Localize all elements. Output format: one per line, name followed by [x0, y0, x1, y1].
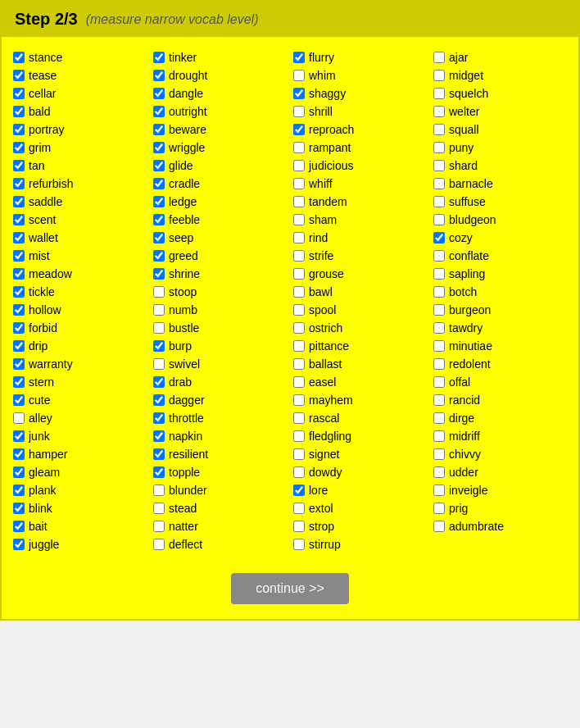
word-item[interactable]: hamper: [10, 445, 150, 463]
word-item[interactable]: offal: [430, 373, 570, 391]
word-checkbox[interactable]: [293, 358, 305, 370]
word-checkbox[interactable]: [13, 160, 25, 171]
word-item[interactable]: whim: [290, 66, 430, 84]
word-item[interactable]: chivvy: [430, 445, 570, 463]
word-checkbox[interactable]: [293, 322, 305, 334]
word-item[interactable]: rind: [290, 229, 430, 247]
word-item[interactable]: gleam: [10, 463, 150, 481]
word-item[interactable]: reproach: [290, 121, 430, 139]
word-item[interactable]: refurbish: [10, 175, 150, 193]
word-item[interactable]: swivel: [150, 355, 290, 373]
word-item[interactable]: tawdry: [430, 319, 570, 337]
word-item[interactable]: cozy: [430, 229, 570, 247]
word-item[interactable]: scent: [10, 211, 150, 229]
word-item[interactable]: stern: [10, 373, 150, 391]
word-item[interactable]: ostrich: [290, 319, 430, 337]
word-item[interactable]: forbid: [10, 319, 150, 337]
word-checkbox[interactable]: [293, 196, 305, 207]
word-item[interactable]: bald: [10, 102, 150, 121]
word-item[interactable]: cellar: [10, 84, 150, 102]
word-checkbox[interactable]: [433, 521, 445, 532]
word-checkbox[interactable]: [153, 466, 165, 478]
continue-button[interactable]: continue >>: [231, 573, 349, 604]
word-item[interactable]: adumbrate: [430, 517, 570, 535]
word-checkbox[interactable]: [153, 430, 165, 442]
word-item[interactable]: whiff: [290, 175, 430, 193]
word-item[interactable]: ballast: [290, 355, 430, 373]
word-checkbox[interactable]: [293, 485, 305, 496]
word-checkbox[interactable]: [433, 304, 445, 316]
word-checkbox[interactable]: [13, 70, 25, 81]
word-checkbox[interactable]: [433, 286, 445, 298]
word-item[interactable]: shrill: [290, 102, 430, 121]
word-checkbox[interactable]: [13, 124, 25, 135]
word-item[interactable]: throttle: [150, 409, 290, 427]
word-checkbox[interactable]: [13, 521, 25, 532]
word-checkbox[interactable]: [293, 232, 305, 243]
word-checkbox[interactable]: [153, 52, 165, 63]
word-item[interactable]: judicious: [290, 157, 430, 175]
word-checkbox[interactable]: [153, 412, 165, 424]
word-checkbox[interactable]: [153, 124, 165, 135]
word-checkbox[interactable]: [433, 376, 445, 388]
word-item[interactable]: portray: [10, 121, 150, 139]
word-item[interactable]: mist: [10, 247, 150, 265]
word-checkbox[interactable]: [293, 214, 305, 225]
word-item[interactable]: cradle: [150, 175, 290, 193]
word-checkbox[interactable]: [153, 322, 165, 334]
word-item[interactable]: squelch: [430, 84, 570, 102]
word-checkbox[interactable]: [293, 52, 305, 63]
word-item[interactable]: welter: [430, 102, 570, 121]
word-item[interactable]: strop: [290, 517, 430, 535]
word-checkbox[interactable]: [13, 358, 25, 370]
word-checkbox[interactable]: [293, 340, 305, 352]
word-item[interactable]: dowdy: [290, 463, 430, 481]
word-checkbox[interactable]: [153, 142, 165, 153]
word-checkbox[interactable]: [433, 250, 445, 262]
word-item[interactable]: saddle: [10, 193, 150, 211]
word-checkbox[interactable]: [433, 358, 445, 370]
word-checkbox[interactable]: [13, 304, 25, 316]
word-checkbox[interactable]: [433, 160, 445, 171]
word-checkbox[interactable]: [13, 286, 25, 298]
word-checkbox[interactable]: [153, 521, 165, 532]
word-item[interactable]: bawl: [290, 283, 430, 301]
word-checkbox[interactable]: [433, 52, 445, 63]
word-checkbox[interactable]: [293, 304, 305, 316]
word-item[interactable]: shrine: [150, 265, 290, 283]
word-item[interactable]: tandem: [290, 193, 430, 211]
word-item[interactable]: shard: [430, 157, 570, 175]
word-checkbox[interactable]: [13, 340, 25, 352]
word-item[interactable]: inveigle: [430, 481, 570, 499]
word-item[interactable]: strife: [290, 247, 430, 265]
word-item[interactable]: drab: [150, 373, 290, 391]
word-checkbox[interactable]: [153, 106, 165, 117]
word-checkbox[interactable]: [13, 88, 25, 99]
word-item[interactable]: alley: [10, 409, 150, 427]
word-item[interactable]: spool: [290, 301, 430, 319]
word-checkbox[interactable]: [433, 70, 445, 81]
word-item[interactable]: drip: [10, 337, 150, 355]
word-checkbox[interactable]: [293, 70, 305, 81]
word-checkbox[interactable]: [433, 466, 445, 478]
word-checkbox[interactable]: [433, 232, 445, 243]
word-item[interactable]: suffuse: [430, 193, 570, 211]
word-item[interactable]: burp: [150, 337, 290, 355]
word-checkbox[interactable]: [13, 394, 25, 406]
word-checkbox[interactable]: [293, 250, 305, 262]
word-checkbox[interactable]: [13, 268, 25, 280]
word-checkbox[interactable]: [433, 340, 445, 352]
word-checkbox[interactable]: [153, 340, 165, 352]
word-item[interactable]: wallet: [10, 229, 150, 247]
word-item[interactable]: rancid: [430, 391, 570, 409]
word-checkbox[interactable]: [153, 178, 165, 189]
word-item[interactable]: sapling: [430, 265, 570, 283]
word-item[interactable]: ledge: [150, 193, 290, 211]
word-item[interactable]: mayhem: [290, 391, 430, 409]
word-item[interactable]: rascal: [290, 409, 430, 427]
word-checkbox[interactable]: [13, 376, 25, 388]
word-item[interactable]: tinker: [150, 48, 290, 66]
word-checkbox[interactable]: [13, 322, 25, 334]
word-checkbox[interactable]: [153, 70, 165, 81]
word-item[interactable]: hollow: [10, 301, 150, 319]
